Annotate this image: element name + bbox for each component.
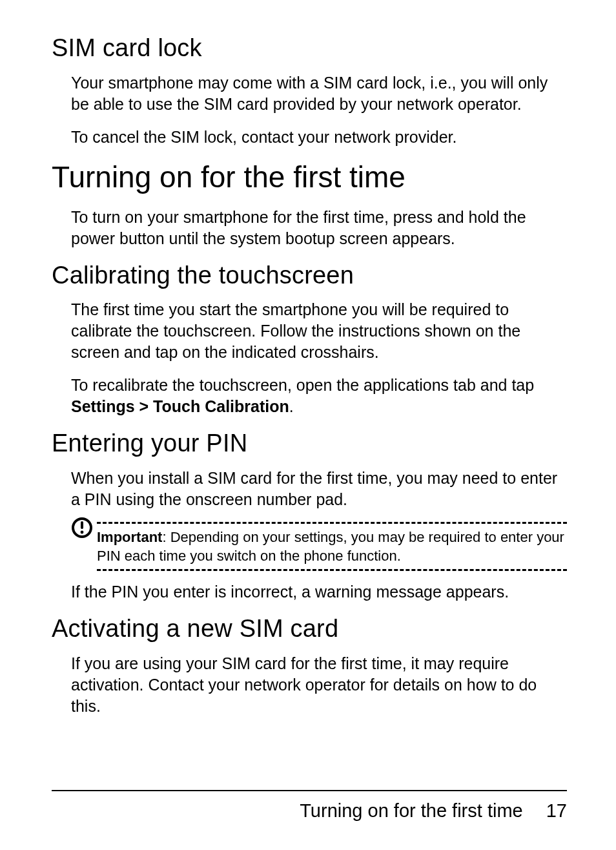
paragraph: To cancel the SIM lock, contact your net…	[52, 127, 567, 148]
text-run: To recalibrate the touchscreen, open the…	[71, 376, 534, 394]
important-note: Important: Depending on your settings, y…	[71, 522, 567, 571]
page-number: 17	[546, 800, 567, 822]
note-text: Important: Depending on your settings, y…	[97, 528, 567, 565]
text-run: .	[289, 397, 294, 415]
footer-title: Turning on for the first time	[300, 800, 522, 821]
note-body: : Depending on your settings, you may be…	[97, 529, 564, 564]
alert-icon	[71, 517, 93, 539]
heading-turning-on: Turning on for the first time	[52, 160, 567, 195]
heading-calibrating: Calibrating the touchscreen	[52, 261, 567, 291]
paragraph: Your smartphone may come with a SIM card…	[52, 72, 567, 115]
paragraph: The first time you start the smartphone …	[52, 299, 567, 363]
text-bold: Settings > Touch Calibration	[71, 397, 289, 415]
paragraph: To recalibrate the touchscreen, open the…	[52, 375, 567, 417]
paragraph: If you are using your SIM card for the f…	[52, 653, 567, 717]
paragraph: To turn on your smartphone for the first…	[52, 207, 567, 249]
heading-entering-pin: Entering your PIN	[52, 429, 567, 459]
note-label: Important	[97, 529, 162, 545]
document-page: SIM card lock Your smartphone may come w…	[0, 0, 616, 850]
heading-activating-sim: Activating a new SIM card	[52, 614, 567, 644]
paragraph: When you install a SIM card for the firs…	[52, 468, 567, 510]
paragraph: If the PIN you enter is incorrect, a war…	[52, 581, 567, 603]
heading-sim-card-lock: SIM card lock	[52, 34, 567, 63]
divider-dashed	[97, 522, 567, 524]
svg-point-2	[81, 531, 84, 534]
svg-rect-1	[81, 521, 83, 529]
divider-dashed	[97, 569, 567, 571]
page-footer: Turning on for the first time 17	[52, 790, 567, 822]
